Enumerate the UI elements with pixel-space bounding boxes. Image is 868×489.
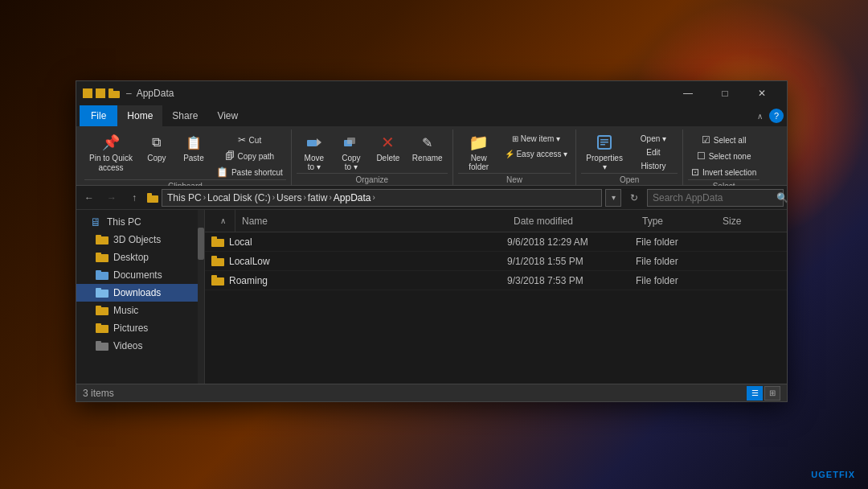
file-date-roaming: 9/3/2018 7:53 PM bbox=[507, 275, 636, 286]
new-item-button[interactable]: ⊞ New item ▾ bbox=[502, 133, 571, 145]
paste-button[interactable]: 📋 Paste bbox=[176, 129, 211, 164]
rename-button[interactable]: ✎ Rename bbox=[407, 129, 448, 164]
easy-access-button[interactable]: ⚡ Easy access ▾ bbox=[502, 148, 571, 160]
file-row-roaming[interactable]: Roaming 9/3/2018 7:53 PM File folder bbox=[205, 271, 787, 290]
column-header-size[interactable]: Size bbox=[716, 216, 780, 227]
organize-label: Organize bbox=[297, 173, 448, 186]
sidebar-label-videos: Videos bbox=[113, 340, 142, 351]
clipboard-items: 📌 Pin to Quickaccess ⧉ Copy 📋 Paste bbox=[84, 129, 286, 179]
open-button[interactable]: Open ▾ bbox=[629, 133, 678, 145]
paste-icon: 📋 bbox=[184, 133, 203, 152]
folder-icon-music bbox=[96, 306, 108, 315]
maximize-button[interactable]: □ bbox=[706, 81, 743, 105]
sidebar-label-downloads: Downloads bbox=[113, 287, 161, 298]
tab-share[interactable]: Share bbox=[162, 105, 207, 126]
sidebar-item-this-pc[interactable]: 🖥 This PC bbox=[76, 213, 204, 231]
ribbon-group-open: Properties▾ Open ▾ Edit bbox=[576, 129, 683, 185]
cut-button[interactable]: ✂ Cut bbox=[213, 133, 286, 147]
tab-file[interactable]: File bbox=[80, 105, 117, 126]
file-explorer-window: – AppData — □ ✕ File Home Share View ∧ ?… bbox=[76, 80, 788, 402]
ribbon-help-button[interactable]: ? bbox=[769, 109, 784, 123]
easy-access-label: ⚡ Easy access ▾ bbox=[505, 150, 568, 158]
svg-rect-0 bbox=[307, 140, 317, 146]
new-folder-icon: 📁 bbox=[469, 133, 489, 152]
folder-icon-desktop bbox=[96, 253, 108, 262]
title-icon-2 bbox=[96, 88, 105, 98]
invert-selection-button[interactable]: ⊡ Invert selection bbox=[688, 165, 760, 179]
new-folder-label: Newfolder bbox=[469, 154, 489, 171]
folder-icon-localLow bbox=[211, 256, 224, 266]
sidebar-item-videos[interactable]: Videos bbox=[76, 337, 204, 355]
tab-home[interactable]: Home bbox=[117, 105, 162, 126]
local-label: Local bbox=[229, 236, 252, 248]
file-row-localLow[interactable]: LocalLow 9/1/2018 1:55 PM File folder bbox=[205, 252, 787, 271]
address-path[interactable]: This PC › Local Disk (C:) › Users › fati… bbox=[162, 189, 602, 207]
copy-to-button[interactable]: Copyto ▾ bbox=[334, 129, 369, 173]
back-button[interactable]: ← bbox=[80, 188, 99, 208]
close-button[interactable]: ✕ bbox=[743, 81, 780, 105]
column-header-name[interactable]: Name bbox=[235, 216, 507, 227]
search-input[interactable] bbox=[653, 192, 773, 203]
organize-items: Moveto ▾ Copyto ▾ ✕ Delete ✎ bbox=[297, 129, 448, 173]
sidebar-label-this-pc: This PC bbox=[107, 216, 141, 228]
open-items: Properties▾ Open ▾ Edit bbox=[581, 129, 678, 173]
refresh-button[interactable]: ↻ bbox=[624, 188, 644, 208]
sidebar-label-music: Music bbox=[113, 305, 138, 316]
path-appdata: AppData bbox=[334, 192, 371, 203]
select-none-button[interactable]: ☐ Select none bbox=[688, 149, 760, 163]
history-label: History bbox=[641, 162, 665, 171]
history-button[interactable]: History bbox=[629, 160, 678, 172]
folder-icon-roaming bbox=[211, 275, 224, 286]
delete-button[interactable]: ✕ Delete bbox=[371, 129, 406, 164]
svg-rect-6 bbox=[600, 142, 608, 143]
column-header-date[interactable]: Date modified bbox=[507, 216, 636, 227]
ribbon-tab-controls: ∧ ? bbox=[757, 109, 784, 123]
title-bar: – AppData — □ ✕ bbox=[76, 81, 787, 105]
file-name-roaming: Roaming bbox=[211, 275, 507, 286]
select-all-icon: ☑ bbox=[702, 134, 710, 146]
edit-button[interactable]: Edit bbox=[629, 146, 678, 158]
column-header-type[interactable]: Type bbox=[636, 216, 716, 227]
window-title: – AppData bbox=[126, 88, 669, 99]
select-none-icon: ☐ bbox=[697, 150, 706, 162]
folder-icon-documents bbox=[96, 270, 108, 280]
paste-shortcut-button[interactable]: 📋 Paste shortcut bbox=[213, 165, 286, 179]
copy-path-label: Copy path bbox=[238, 152, 275, 161]
watermark-uget: UGET bbox=[811, 470, 839, 479]
forward-button[interactable]: → bbox=[102, 188, 121, 208]
new-items: 📁 Newfolder ⊞ New item ▾ ⚡ Easy access ▾ bbox=[458, 129, 571, 173]
path-users: Users bbox=[276, 192, 301, 203]
minimize-button[interactable]: — bbox=[669, 81, 706, 105]
sidebar-item-music[interactable]: Music bbox=[76, 302, 204, 319]
move-to-button[interactable]: Moveto ▾ bbox=[297, 129, 332, 173]
svg-marker-1 bbox=[317, 138, 321, 146]
file-row-local[interactable]: Local 9/6/2018 12:29 AM File folder bbox=[205, 232, 787, 252]
view-details-button[interactable]: ☰ bbox=[747, 386, 763, 401]
sidebar-item-3d-objects[interactable]: 3D Objects bbox=[76, 231, 204, 249]
view-tiles-button[interactable]: ⊞ bbox=[764, 386, 780, 401]
sidebar-scrollbar[interactable] bbox=[198, 210, 204, 384]
address-dropdown-button[interactable]: ▾ bbox=[605, 189, 621, 207]
copy-label: Copy bbox=[147, 154, 166, 162]
folder-icon-downloads bbox=[96, 288, 108, 298]
ribbon-group-organize: Moveto ▾ Copyto ▾ ✕ Delete ✎ bbox=[292, 129, 453, 185]
ribbon-collapse-button[interactable]: ∧ bbox=[757, 112, 763, 121]
sidebar-item-downloads[interactable]: Downloads bbox=[76, 284, 204, 302]
up-button[interactable]: ↑ bbox=[125, 188, 144, 208]
copy-path-button[interactable]: 🗐 Copy path bbox=[213, 149, 286, 163]
select-all-button[interactable]: ☑ Select all bbox=[688, 133, 760, 147]
ribbon-group-clipboard: 📌 Pin to Quickaccess ⧉ Copy 📋 Paste bbox=[80, 129, 292, 185]
copy-icon: ⧉ bbox=[147, 133, 166, 152]
paste-shortcut-label: Paste shortcut bbox=[231, 168, 283, 177]
tab-view[interactable]: View bbox=[207, 105, 248, 126]
new-folder-button[interactable]: 📁 Newfolder bbox=[458, 129, 500, 173]
sidebar-item-pictures[interactable]: Pictures bbox=[76, 319, 204, 337]
sidebar-item-desktop[interactable]: Desktop bbox=[76, 249, 204, 266]
sort-up-indicator: ∧ bbox=[211, 210, 235, 232]
copy-button[interactable]: ⧉ Copy bbox=[139, 129, 174, 164]
sidebar-item-documents[interactable]: Documents bbox=[76, 266, 204, 284]
properties-button[interactable]: Properties▾ bbox=[581, 129, 628, 173]
pin-to-quick-access-button[interactable]: 📌 Pin to Quickaccess bbox=[84, 129, 137, 175]
sidebar-label-documents: Documents bbox=[113, 269, 162, 281]
search-box[interactable]: 🔍 bbox=[647, 189, 784, 207]
